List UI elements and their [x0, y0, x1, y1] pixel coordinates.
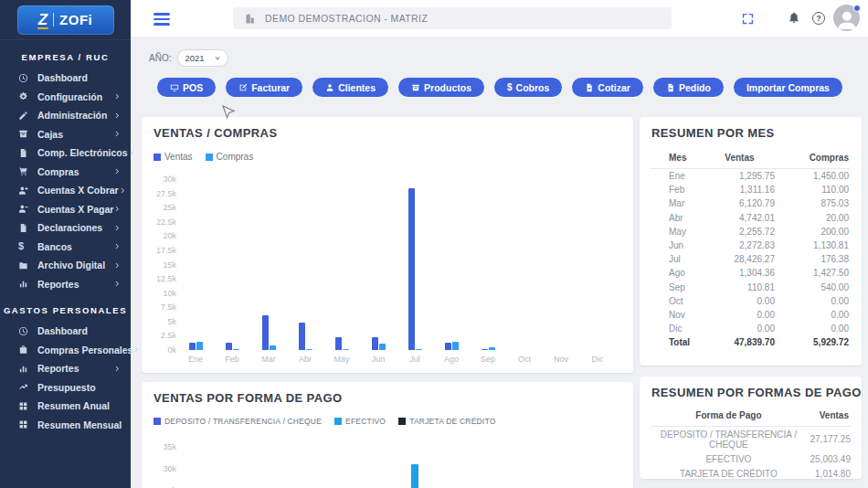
- bar-ventas-feb: [226, 343, 232, 350]
- table-cell: 1,427.50: [777, 266, 851, 280]
- ventas-compras-card: VENTAS / COMPRAS VentasCompras 0k2.5k5k7…: [142, 117, 633, 373]
- table-cell: Mar: [651, 196, 703, 210]
- column-header: Forma de Pago: [651, 408, 807, 427]
- action-cotizar-button[interactable]: Cotizar: [572, 78, 643, 97]
- sidebar-item-resumen-anual[interactable]: Resumen Anual: [0, 397, 131, 416]
- sidebar-item-reportes[interactable]: Reportes: [0, 275, 131, 294]
- notifications-button[interactable]: [788, 11, 800, 24]
- file-icon: [18, 148, 28, 158]
- x-axis-tick-label: Sep: [470, 355, 506, 364]
- legend-item-ventas[interactable]: Ventas: [153, 152, 193, 162]
- sidebar-item-reportes[interactable]: Reportes: [0, 359, 131, 378]
- ventas-forma-pago-title: VENTAS POR FORMA DE PAGO: [153, 391, 343, 405]
- table-cell: Feb: [651, 183, 703, 196]
- table-cell: DEPOSITO / TRANSFERENCIA / CHEQUE: [651, 427, 807, 452]
- sidebar-item-label: Cajas: [37, 129, 63, 140]
- table-cell: 25,003.49: [807, 451, 851, 466]
- legend-item-compras[interactable]: Compras: [206, 152, 254, 162]
- table-cell: 27,177.25: [807, 427, 851, 452]
- table-cell: Ago: [651, 266, 703, 280]
- y-axis-tick-label: 15k: [153, 260, 176, 270]
- action-cobros-button[interactable]: $Cobros: [494, 78, 562, 97]
- action-clientes-button[interactable]: Clientes: [312, 78, 388, 97]
- sidebar-item-dashboard[interactable]: Dashboard: [0, 322, 131, 341]
- person-plus-icon: [18, 186, 28, 196]
- action-productos-button[interactable]: Productos: [398, 78, 484, 97]
- sidebar-item-label: Dashboard: [37, 325, 88, 336]
- x-axis-tick-label: Nov: [543, 355, 579, 364]
- chevron-right-icon: [113, 205, 122, 213]
- action-label: Cobros: [516, 82, 550, 93]
- sidebar-item-configuración[interactable]: Configuración: [0, 88, 131, 107]
- zofi-logo[interactable]: Z ZOFi: [17, 5, 114, 35]
- bar-compras-ago: [452, 342, 459, 350]
- chevron-right-icon: [132, 345, 141, 354]
- fullscreen-icon: [741, 12, 755, 26]
- y-axis-tick-label: 7.5k: [153, 302, 176, 312]
- help-button[interactable]: ?: [812, 12, 825, 25]
- legend-swatch: [334, 418, 342, 425]
- x-axis-tick-label: Jun: [360, 355, 397, 364]
- action-importar-compras-button[interactable]: Importar Compras: [734, 78, 842, 97]
- sidebar-item-label: Administración: [37, 110, 107, 121]
- resumen-mes-table: MesVentasComprasEne1,295.751,450.00Feb1,…: [651, 150, 851, 349]
- chevron-right-icon: [113, 111, 122, 120]
- bar-ventas-abr: [299, 323, 305, 350]
- chevron-down-icon: [214, 55, 221, 62]
- year-select[interactable]: 2021: [177, 49, 228, 67]
- sidebar-item-cuentas-x-pagar[interactable]: Cuentas X Pagar: [0, 200, 131, 219]
- column-header: Mes: [651, 150, 703, 169]
- sidebar-item-compras-personales[interactable]: Compras Personales: [0, 341, 131, 360]
- sidebar-item-comp-electrónicos[interactable]: Comp. Electrónicos: [0, 143, 131, 163]
- bar-compras-jun: [379, 344, 386, 350]
- y-axis-tick-label: 5k: [153, 317, 176, 326]
- y-axis-tick-label: 30k: [153, 175, 176, 184]
- legend-swatch: [398, 418, 406, 425]
- sidebar-item-label: Cuentas X Cobrar: [37, 185, 119, 196]
- table-row: Oct0.000.00: [651, 294, 851, 308]
- resumen-mes-card: RESUMEN POR MES MesVentasComprasEne1,295…: [640, 117, 862, 366]
- sidebar-item-declaraciones[interactable]: Declaraciones: [0, 218, 131, 238]
- table-cell: Dic: [651, 322, 703, 335]
- x-axis-tick-label: Oct: [506, 355, 543, 364]
- sidebar-item-resumen-mensual[interactable]: Resumen Mensual: [0, 416, 131, 435]
- edit-icon: [238, 83, 248, 92]
- sidebar-item-archivo-digital[interactable]: Archivo Digital: [0, 256, 131, 275]
- trending-icon: [18, 382, 28, 392]
- table-cell: Sep: [651, 281, 703, 294]
- y-axis-tick-label: 30k: [153, 464, 176, 473]
- chevron-right-icon: [113, 242, 122, 250]
- clock-icon: [18, 326, 28, 336]
- sidebar-item-bancos[interactable]: $Bancos: [0, 238, 131, 257]
- action-pos-button[interactable]: POS: [157, 78, 216, 97]
- person-icon: [325, 83, 334, 92]
- sidebar-item-cajas[interactable]: Cajas: [0, 125, 131, 144]
- company-selector[interactable]: DEMO DEMOSTRACION - MATRIZ: [233, 7, 672, 29]
- fullscreen-button[interactable]: [741, 12, 755, 26]
- column-header: Ventas: [807, 408, 851, 427]
- bar-ventas-mar: [262, 315, 269, 350]
- legend-item-deposito-transferencia-cheque[interactable]: DEPOSITO / TRANSFERENCIA / CHEQUE: [153, 417, 322, 426]
- sidebar-item-cuentas-x-cobrar[interactable]: Cuentas X Cobrar: [0, 181, 131, 200]
- ventas-forma-pago-card: VENTAS POR FORMA DE PAGO DEPOSITO / TRAN…: [142, 382, 633, 488]
- chevron-right-icon: [128, 149, 136, 157]
- sidebar-item-administración[interactable]: Administración: [0, 106, 131, 125]
- sidebar-item-label: Resumen Anual: [37, 400, 110, 411]
- legend-label: Ventas: [164, 152, 193, 162]
- action-pedido-button[interactable]: Pedido: [653, 78, 724, 97]
- chevron-right-icon: [113, 280, 122, 288]
- sidebar-item-compras[interactable]: Compras: [0, 163, 131, 182]
- legend-item-efectivo[interactable]: EFECTIVO: [334, 417, 386, 426]
- sidebar-item-presupuesto[interactable]: Presupuesto: [0, 378, 131, 398]
- topbar: DEMO DEMOSTRACION - MATRIZ ?: [131, 0, 868, 37]
- action-label: Facturar: [251, 82, 290, 93]
- legend-item-tarjeta-de-crédito[interactable]: TARJETA DE CRÉDITO: [398, 417, 495, 426]
- y-axis-tick-label: 2.5k: [153, 331, 176, 340]
- company-name: DEMO DEMOSTRACION - MATRIZ: [265, 13, 428, 24]
- table-row: Mar6,120.79875.03: [651, 196, 851, 210]
- table-cell: 0.00: [777, 294, 851, 308]
- menu-toggle-button[interactable]: [153, 13, 170, 26]
- sidebar-item-dashboard[interactable]: Dashboard: [0, 69, 131, 88]
- resumen-formas-card: RESUMEN POR FORMAS DE PAGO Forma de Pago…: [640, 377, 862, 479]
- action-facturar-button[interactable]: Facturar: [226, 78, 302, 97]
